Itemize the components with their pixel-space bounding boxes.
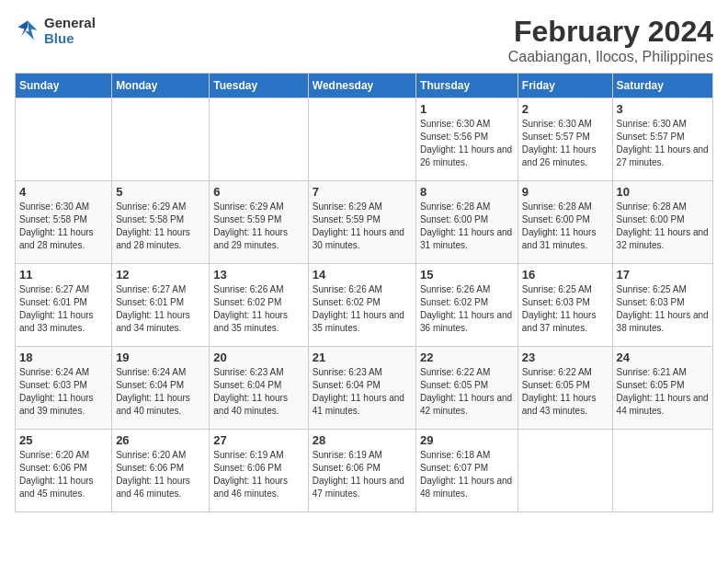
calendar-week-row: 1Sunrise: 6:30 AM Sunset: 5:56 PM Daylig…	[16, 98, 713, 181]
day-info: Sunrise: 6:29 AM Sunset: 5:58 PM Dayligh…	[116, 201, 205, 252]
day-info: Sunrise: 6:30 AM Sunset: 5:57 PM Dayligh…	[617, 118, 709, 169]
day-number: 25	[19, 433, 108, 447]
calendar-table: SundayMondayTuesdayWednesdayThursdayFrid…	[15, 73, 713, 512]
day-number: 19	[116, 350, 205, 364]
calendar-cell: 28Sunrise: 6:19 AM Sunset: 6:06 PM Dayli…	[308, 430, 415, 512]
calendar-cell: 3Sunrise: 6:30 AM Sunset: 5:57 PM Daylig…	[612, 98, 712, 181]
logo-text: General Blue	[44, 15, 96, 46]
day-info: Sunrise: 6:23 AM Sunset: 6:04 PM Dayligh…	[313, 366, 412, 418]
calendar-cell	[112, 98, 210, 181]
calendar-cell: 4Sunrise: 6:30 AM Sunset: 5:58 PM Daylig…	[16, 181, 112, 264]
day-number: 22	[420, 350, 514, 364]
day-info: Sunrise: 6:28 AM Sunset: 6:00 PM Dayligh…	[420, 201, 514, 252]
header-wednesday: Wednesday	[308, 74, 415, 98]
calendar-cell: 21Sunrise: 6:23 AM Sunset: 6:04 PM Dayli…	[308, 347, 415, 430]
calendar-cell: 18Sunrise: 6:24 AM Sunset: 6:03 PM Dayli…	[16, 347, 112, 430]
day-info: Sunrise: 6:29 AM Sunset: 5:59 PM Dayligh…	[313, 201, 412, 252]
header-sunday: Sunday	[16, 74, 112, 98]
day-info: Sunrise: 6:26 AM Sunset: 6:02 PM Dayligh…	[420, 283, 514, 335]
calendar-week-row: 11Sunrise: 6:27 AM Sunset: 6:01 PM Dayli…	[16, 264, 713, 347]
calendar-cell: 27Sunrise: 6:19 AM Sunset: 6:06 PM Dayli…	[210, 430, 308, 512]
day-info: Sunrise: 6:18 AM Sunset: 6:07 PM Dayligh…	[420, 449, 514, 500]
day-info: Sunrise: 6:20 AM Sunset: 6:06 PM Dayligh…	[19, 449, 108, 500]
day-number: 2	[522, 102, 609, 116]
logo-icon	[15, 17, 40, 43]
day-info: Sunrise: 6:19 AM Sunset: 6:06 PM Dayligh…	[313, 449, 412, 500]
day-number: 1	[420, 102, 514, 116]
calendar-cell: 6Sunrise: 6:29 AM Sunset: 5:59 PM Daylig…	[210, 181, 308, 264]
calendar-cell	[308, 98, 415, 181]
day-number: 8	[420, 185, 514, 199]
day-number: 28	[313, 433, 412, 447]
calendar-cell: 19Sunrise: 6:24 AM Sunset: 6:04 PM Dayli…	[112, 347, 210, 430]
calendar-cell	[518, 430, 612, 512]
header-saturday: Saturday	[612, 74, 712, 98]
calendar-cell: 15Sunrise: 6:26 AM Sunset: 6:02 PM Dayli…	[416, 264, 518, 347]
day-number: 6	[213, 185, 303, 199]
day-number: 9	[522, 185, 609, 199]
day-number: 21	[313, 350, 412, 364]
day-number: 17	[617, 268, 709, 282]
calendar-cell: 17Sunrise: 6:25 AM Sunset: 6:03 PM Dayli…	[612, 264, 712, 347]
logo: General Blue	[15, 15, 96, 46]
day-number: 18	[19, 350, 108, 364]
calendar-cell: 29Sunrise: 6:18 AM Sunset: 6:07 PM Dayli…	[416, 430, 518, 512]
calendar-cell: 14Sunrise: 6:26 AM Sunset: 6:02 PM Dayli…	[308, 264, 415, 347]
calendar-week-row: 18Sunrise: 6:24 AM Sunset: 6:03 PM Dayli…	[16, 347, 713, 430]
day-info: Sunrise: 6:23 AM Sunset: 6:04 PM Dayligh…	[213, 366, 303, 418]
page-subtitle: Caabiangan, Ilocos, Philippines	[508, 49, 713, 65]
calendar-cell: 11Sunrise: 6:27 AM Sunset: 6:01 PM Dayli…	[16, 264, 112, 347]
calendar-header-row: SundayMondayTuesdayWednesdayThursdayFrid…	[16, 74, 713, 98]
calendar-cell: 23Sunrise: 6:22 AM Sunset: 6:05 PM Dayli…	[518, 347, 612, 430]
day-info: Sunrise: 6:28 AM Sunset: 6:00 PM Dayligh…	[617, 201, 709, 252]
calendar-cell: 22Sunrise: 6:22 AM Sunset: 6:05 PM Dayli…	[416, 347, 518, 430]
day-number: 7	[313, 185, 412, 199]
calendar-cell: 13Sunrise: 6:26 AM Sunset: 6:02 PM Dayli…	[210, 264, 308, 347]
day-info: Sunrise: 6:22 AM Sunset: 6:05 PM Dayligh…	[522, 366, 609, 418]
calendar-cell: 9Sunrise: 6:28 AM Sunset: 6:00 PM Daylig…	[518, 181, 612, 264]
day-info: Sunrise: 6:30 AM Sunset: 5:56 PM Dayligh…	[420, 118, 514, 169]
calendar-cell: 7Sunrise: 6:29 AM Sunset: 5:59 PM Daylig…	[308, 181, 415, 264]
day-info: Sunrise: 6:25 AM Sunset: 6:03 PM Dayligh…	[522, 283, 609, 335]
day-number: 26	[116, 433, 205, 447]
day-info: Sunrise: 6:27 AM Sunset: 6:01 PM Dayligh…	[116, 283, 205, 335]
svg-marker-1	[18, 21, 28, 38]
day-number: 16	[522, 268, 609, 282]
day-number: 14	[313, 268, 412, 282]
calendar-cell: 12Sunrise: 6:27 AM Sunset: 6:01 PM Dayli…	[112, 264, 210, 347]
day-info: Sunrise: 6:19 AM Sunset: 6:06 PM Dayligh…	[213, 449, 303, 500]
page-title: February 2024	[508, 15, 713, 49]
calendar-cell: 20Sunrise: 6:23 AM Sunset: 6:04 PM Dayli…	[210, 347, 308, 430]
calendar-cell: 8Sunrise: 6:28 AM Sunset: 6:00 PM Daylig…	[416, 181, 518, 264]
calendar-cell: 10Sunrise: 6:28 AM Sunset: 6:00 PM Dayli…	[612, 181, 712, 264]
calendar-cell: 25Sunrise: 6:20 AM Sunset: 6:06 PM Dayli…	[16, 430, 112, 512]
day-number: 3	[617, 102, 709, 116]
calendar-week-row: 25Sunrise: 6:20 AM Sunset: 6:06 PM Dayli…	[16, 430, 713, 512]
day-info: Sunrise: 6:29 AM Sunset: 5:59 PM Dayligh…	[213, 201, 303, 252]
day-info: Sunrise: 6:24 AM Sunset: 6:03 PM Dayligh…	[19, 366, 108, 418]
day-number: 5	[116, 185, 205, 199]
day-number: 4	[19, 185, 108, 199]
day-number: 12	[116, 268, 205, 282]
day-number: 20	[213, 350, 303, 364]
day-info: Sunrise: 6:30 AM Sunset: 5:57 PM Dayligh…	[522, 118, 609, 169]
calendar-cell	[16, 98, 112, 181]
calendar-cell: 24Sunrise: 6:21 AM Sunset: 6:05 PM Dayli…	[612, 347, 712, 430]
calendar-cell: 2Sunrise: 6:30 AM Sunset: 5:57 PM Daylig…	[518, 98, 612, 181]
day-number: 15	[420, 268, 514, 282]
calendar-cell: 26Sunrise: 6:20 AM Sunset: 6:06 PM Dayli…	[112, 430, 210, 512]
day-number: 24	[617, 350, 709, 364]
day-number: 11	[19, 268, 108, 282]
calendar-week-row: 4Sunrise: 6:30 AM Sunset: 5:58 PM Daylig…	[16, 181, 713, 264]
day-info: Sunrise: 6:22 AM Sunset: 6:05 PM Dayligh…	[420, 366, 514, 418]
calendar-cell: 16Sunrise: 6:25 AM Sunset: 6:03 PM Dayli…	[518, 264, 612, 347]
day-info: Sunrise: 6:26 AM Sunset: 6:02 PM Dayligh…	[213, 283, 303, 335]
header-friday: Friday	[518, 74, 612, 98]
day-info: Sunrise: 6:26 AM Sunset: 6:02 PM Dayligh…	[313, 283, 412, 335]
day-number: 27	[213, 433, 303, 447]
header: General Blue February 2024 Caabiangan, I…	[15, 15, 713, 65]
calendar-cell	[612, 430, 712, 512]
day-number: 10	[617, 185, 709, 199]
day-info: Sunrise: 6:24 AM Sunset: 6:04 PM Dayligh…	[116, 366, 205, 418]
header-thursday: Thursday	[416, 74, 518, 98]
